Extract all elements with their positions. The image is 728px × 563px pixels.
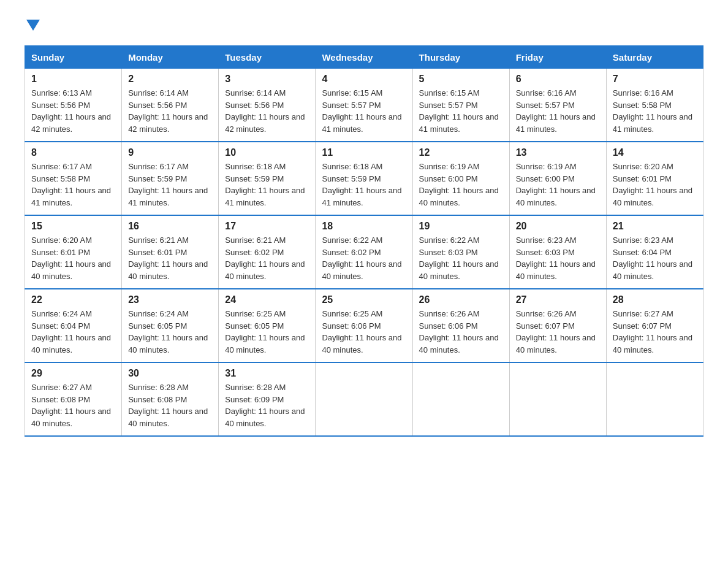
header-tuesday: Tuesday bbox=[219, 46, 316, 69]
calendar-cell: 13 Sunrise: 6:19 AM Sunset: 6:00 PM Dayl… bbox=[509, 142, 606, 215]
day-info: Sunrise: 6:21 AM Sunset: 6:02 PM Dayligh… bbox=[225, 234, 309, 282]
day-number: 20 bbox=[516, 221, 600, 232]
day-number: 14 bbox=[613, 147, 697, 158]
day-number: 16 bbox=[128, 221, 212, 232]
day-info: Sunrise: 6:22 AM Sunset: 6:02 PM Dayligh… bbox=[322, 234, 406, 282]
logo-icon bbox=[25, 18, 40, 33]
day-info: Sunrise: 6:22 AM Sunset: 6:03 PM Dayligh… bbox=[419, 234, 503, 282]
calendar-week-row: 1 Sunrise: 6:13 AM Sunset: 5:56 PM Dayli… bbox=[25, 69, 703, 142]
calendar-week-row: 29 Sunrise: 6:27 AM Sunset: 6:08 PM Dayl… bbox=[25, 362, 703, 436]
day-info: Sunrise: 6:15 AM Sunset: 5:57 PM Dayligh… bbox=[322, 87, 406, 135]
calendar-cell: 31 Sunrise: 6:28 AM Sunset: 6:09 PM Dayl… bbox=[219, 362, 316, 436]
day-info: Sunrise: 6:27 AM Sunset: 6:07 PM Dayligh… bbox=[613, 308, 697, 356]
header-monday: Monday bbox=[122, 46, 219, 69]
day-info: Sunrise: 6:16 AM Sunset: 5:58 PM Dayligh… bbox=[613, 87, 697, 135]
calendar-week-row: 15 Sunrise: 6:20 AM Sunset: 6:01 PM Dayl… bbox=[25, 215, 703, 289]
day-number: 28 bbox=[613, 294, 697, 305]
day-info: Sunrise: 6:24 AM Sunset: 6:05 PM Dayligh… bbox=[128, 308, 212, 356]
calendar-cell: 22 Sunrise: 6:24 AM Sunset: 6:04 PM Dayl… bbox=[25, 289, 122, 362]
day-info: Sunrise: 6:27 AM Sunset: 6:08 PM Dayligh… bbox=[31, 381, 115, 429]
calendar-cell bbox=[509, 362, 606, 436]
day-info: Sunrise: 6:17 AM Sunset: 5:58 PM Dayligh… bbox=[31, 161, 115, 209]
day-info: Sunrise: 6:26 AM Sunset: 6:07 PM Dayligh… bbox=[516, 308, 600, 356]
day-number: 8 bbox=[31, 147, 115, 158]
day-info: Sunrise: 6:28 AM Sunset: 6:09 PM Dayligh… bbox=[225, 381, 309, 429]
calendar-cell: 24 Sunrise: 6:25 AM Sunset: 6:05 PM Dayl… bbox=[219, 289, 316, 362]
calendar-cell: 18 Sunrise: 6:22 AM Sunset: 6:02 PM Dayl… bbox=[316, 215, 412, 289]
calendar-week-row: 22 Sunrise: 6:24 AM Sunset: 6:04 PM Dayl… bbox=[25, 289, 703, 362]
day-info: Sunrise: 6:23 AM Sunset: 6:04 PM Dayligh… bbox=[613, 234, 697, 282]
day-info: Sunrise: 6:15 AM Sunset: 5:57 PM Dayligh… bbox=[419, 87, 503, 135]
day-info: Sunrise: 6:13 AM Sunset: 5:56 PM Dayligh… bbox=[31, 87, 115, 135]
day-number: 25 bbox=[322, 294, 406, 305]
day-number: 26 bbox=[419, 294, 503, 305]
day-info: Sunrise: 6:14 AM Sunset: 5:56 PM Dayligh… bbox=[225, 87, 309, 135]
day-number: 2 bbox=[128, 74, 212, 85]
calendar-cell: 5 Sunrise: 6:15 AM Sunset: 5:57 PM Dayli… bbox=[412, 69, 509, 142]
calendar-cell: 20 Sunrise: 6:23 AM Sunset: 6:03 PM Dayl… bbox=[509, 215, 606, 289]
day-info: Sunrise: 6:17 AM Sunset: 5:59 PM Dayligh… bbox=[128, 161, 212, 209]
day-info: Sunrise: 6:19 AM Sunset: 6:00 PM Dayligh… bbox=[419, 161, 503, 209]
page-header bbox=[25, 18, 703, 33]
day-number: 7 bbox=[613, 74, 697, 85]
day-number: 5 bbox=[419, 74, 503, 85]
day-info: Sunrise: 6:18 AM Sunset: 5:59 PM Dayligh… bbox=[225, 161, 309, 209]
day-info: Sunrise: 6:26 AM Sunset: 6:06 PM Dayligh… bbox=[419, 308, 503, 356]
day-info: Sunrise: 6:16 AM Sunset: 5:57 PM Dayligh… bbox=[516, 87, 600, 135]
calendar-cell: 21 Sunrise: 6:23 AM Sunset: 6:04 PM Dayl… bbox=[606, 215, 703, 289]
svg-marker-0 bbox=[26, 20, 40, 31]
day-info: Sunrise: 6:20 AM Sunset: 6:01 PM Dayligh… bbox=[613, 161, 697, 209]
calendar-cell: 1 Sunrise: 6:13 AM Sunset: 5:56 PM Dayli… bbox=[25, 69, 122, 142]
calendar-cell: 14 Sunrise: 6:20 AM Sunset: 6:01 PM Dayl… bbox=[606, 142, 703, 215]
day-number: 23 bbox=[128, 294, 212, 305]
day-number: 3 bbox=[225, 74, 309, 85]
day-number: 12 bbox=[419, 147, 503, 158]
day-info: Sunrise: 6:25 AM Sunset: 6:05 PM Dayligh… bbox=[225, 308, 309, 356]
calendar-week-row: 8 Sunrise: 6:17 AM Sunset: 5:58 PM Dayli… bbox=[25, 142, 703, 215]
calendar-cell: 27 Sunrise: 6:26 AM Sunset: 6:07 PM Dayl… bbox=[509, 289, 606, 362]
day-info: Sunrise: 6:14 AM Sunset: 5:56 PM Dayligh… bbox=[128, 87, 212, 135]
calendar-table: SundayMondayTuesdayWednesdayThursdayFrid… bbox=[25, 45, 703, 437]
calendar-cell: 10 Sunrise: 6:18 AM Sunset: 5:59 PM Dayl… bbox=[219, 142, 316, 215]
calendar-header-row: SundayMondayTuesdayWednesdayThursdayFrid… bbox=[25, 46, 703, 69]
calendar-cell: 9 Sunrise: 6:17 AM Sunset: 5:59 PM Dayli… bbox=[122, 142, 219, 215]
header-thursday: Thursday bbox=[412, 46, 509, 69]
calendar-cell: 29 Sunrise: 6:27 AM Sunset: 6:08 PM Dayl… bbox=[25, 362, 122, 436]
calendar-cell bbox=[606, 362, 703, 436]
day-info: Sunrise: 6:21 AM Sunset: 6:01 PM Dayligh… bbox=[128, 234, 212, 282]
calendar-cell: 25 Sunrise: 6:25 AM Sunset: 6:06 PM Dayl… bbox=[316, 289, 412, 362]
day-number: 18 bbox=[322, 221, 406, 232]
day-number: 24 bbox=[225, 294, 309, 305]
calendar-cell: 3 Sunrise: 6:14 AM Sunset: 5:56 PM Dayli… bbox=[219, 69, 316, 142]
calendar-cell: 15 Sunrise: 6:20 AM Sunset: 6:01 PM Dayl… bbox=[25, 215, 122, 289]
calendar-cell: 4 Sunrise: 6:15 AM Sunset: 5:57 PM Dayli… bbox=[316, 69, 412, 142]
day-number: 21 bbox=[613, 221, 697, 232]
day-number: 29 bbox=[31, 368, 115, 379]
day-info: Sunrise: 6:25 AM Sunset: 6:06 PM Dayligh… bbox=[322, 308, 406, 356]
header-wednesday: Wednesday bbox=[316, 46, 412, 69]
day-info: Sunrise: 6:19 AM Sunset: 6:00 PM Dayligh… bbox=[516, 161, 600, 209]
day-info: Sunrise: 6:23 AM Sunset: 6:03 PM Dayligh… bbox=[516, 234, 600, 282]
calendar-cell: 30 Sunrise: 6:28 AM Sunset: 6:08 PM Dayl… bbox=[122, 362, 219, 436]
day-info: Sunrise: 6:18 AM Sunset: 5:59 PM Dayligh… bbox=[322, 161, 406, 209]
calendar-cell: 19 Sunrise: 6:22 AM Sunset: 6:03 PM Dayl… bbox=[412, 215, 509, 289]
day-number: 15 bbox=[31, 221, 115, 232]
day-number: 4 bbox=[322, 74, 406, 85]
calendar-cell: 6 Sunrise: 6:16 AM Sunset: 5:57 PM Dayli… bbox=[509, 69, 606, 142]
day-number: 11 bbox=[322, 147, 406, 158]
day-info: Sunrise: 6:24 AM Sunset: 6:04 PM Dayligh… bbox=[31, 308, 115, 356]
day-number: 10 bbox=[225, 147, 309, 158]
calendar-cell: 11 Sunrise: 6:18 AM Sunset: 5:59 PM Dayl… bbox=[316, 142, 412, 215]
calendar-cell: 8 Sunrise: 6:17 AM Sunset: 5:58 PM Dayli… bbox=[25, 142, 122, 215]
header-friday: Friday bbox=[509, 46, 606, 69]
calendar-cell: 7 Sunrise: 6:16 AM Sunset: 5:58 PM Dayli… bbox=[606, 69, 703, 142]
calendar-cell: 28 Sunrise: 6:27 AM Sunset: 6:07 PM Dayl… bbox=[606, 289, 703, 362]
calendar-cell bbox=[316, 362, 412, 436]
day-number: 22 bbox=[31, 294, 115, 305]
day-number: 27 bbox=[516, 294, 600, 305]
day-number: 30 bbox=[128, 368, 212, 379]
calendar-cell: 12 Sunrise: 6:19 AM Sunset: 6:00 PM Dayl… bbox=[412, 142, 509, 215]
calendar-cell: 2 Sunrise: 6:14 AM Sunset: 5:56 PM Dayli… bbox=[122, 69, 219, 142]
calendar-cell bbox=[412, 362, 509, 436]
calendar-cell: 26 Sunrise: 6:26 AM Sunset: 6:06 PM Dayl… bbox=[412, 289, 509, 362]
